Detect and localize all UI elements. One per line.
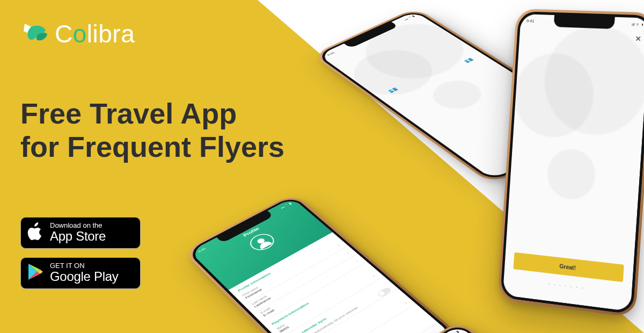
store-buttons: Download on the App Store GET IT ON Goog… [20, 217, 342, 288]
hero-banner: Colibra Free Travel Appfor Frequent Flye… [0, 0, 644, 333]
google-play-big: Google Play [50, 270, 118, 284]
app-store-button[interactable]: Download on the App Store [20, 217, 141, 249]
apple-icon [27, 222, 43, 244]
app-store-big: App Store [50, 229, 106, 243]
app-store-small: Download on the [50, 222, 106, 229]
brand-logo: Colibra [20, 19, 342, 48]
brand-name: Colibra [55, 19, 135, 48]
google-play-small: GET IT ON [50, 262, 118, 270]
google-play-button[interactable]: GET IT ON Google Play [20, 257, 141, 289]
google-play-icon [27, 263, 43, 283]
headline: Free Travel Appfor Frequent Flyers [20, 97, 342, 163]
hummingbird-icon [20, 20, 50, 47]
left-column: Colibra Free Travel Appfor Frequent Flye… [20, 19, 342, 289]
